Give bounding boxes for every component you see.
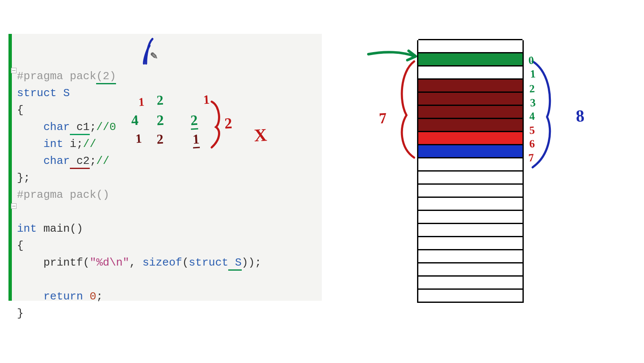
annot-right-eight: 8	[575, 106, 585, 126]
annot-left-seven: 7	[379, 109, 387, 127]
pragma-close: #pragma pack()	[17, 188, 109, 201]
memory-row	[418, 105, 522, 119]
comma: ,	[129, 256, 142, 269]
code-content: #pragma pack(2) −struct S { char c1;//0 …	[12, 34, 322, 339]
fold-main-icon[interactable]: −	[11, 203, 17, 209]
type-char-2: char	[43, 155, 69, 167]
indent	[17, 256, 43, 269]
mem-idx-0: 0	[528, 54, 534, 67]
indent	[17, 155, 43, 167]
memory-row	[418, 170, 522, 185]
memory-row	[418, 52, 522, 67]
semi-c1: ;	[90, 121, 97, 133]
mem-idx-5: 5	[529, 124, 535, 137]
indent	[17, 290, 43, 303]
indent	[17, 138, 43, 150]
memory-row	[418, 157, 522, 172]
memory-row	[418, 183, 522, 198]
brace-close-main: }	[17, 307, 24, 320]
mem-idx-7: 7	[528, 152, 534, 165]
semi-c2: ;	[90, 155, 97, 167]
annot-c1-align: 1	[203, 92, 210, 107]
comment-c2: //	[96, 155, 109, 167]
indent	[17, 121, 43, 133]
memory-row	[418, 65, 522, 80]
struct-keyword: struct	[17, 87, 57, 100]
tail: ));	[242, 256, 262, 269]
memory-row	[418, 91, 522, 106]
var-c1: c1	[70, 121, 90, 135]
memory-row	[418, 131, 522, 145]
annot-i-pack: 2	[156, 112, 164, 129]
type-int-main: int	[17, 222, 37, 235]
mem-idx-2: 2	[529, 83, 535, 96]
memory-row	[418, 288, 522, 303]
memory-layout-table	[417, 40, 524, 303]
brace-close-struct: };	[17, 172, 30, 184]
pen-cursor-icon: ✎	[150, 51, 158, 62]
mem-idx-6: 6	[529, 138, 535, 151]
comment-i: //	[83, 138, 96, 150]
memory-row	[418, 39, 522, 53]
struct-name: S	[57, 87, 70, 100]
printf-call: printf	[43, 256, 83, 269]
annot-c2-align: 1	[192, 131, 200, 149]
type-int: int	[43, 138, 63, 150]
pack-value: (2)	[96, 70, 116, 84]
fold-struct-icon[interactable]: −	[11, 68, 17, 73]
return-keyword: return	[43, 290, 83, 303]
annot-i-own-size: 4	[131, 112, 139, 129]
paren: (	[83, 256, 90, 269]
type-char-1: char	[43, 121, 69, 133]
var-c2: c2	[70, 155, 90, 169]
main-decl: main()	[37, 222, 83, 235]
memory-row	[418, 144, 522, 158]
mem-idx-4: 4	[529, 110, 535, 123]
semi: ;	[96, 290, 103, 303]
annot-c2-own-size: 1	[135, 131, 142, 146]
annot-c2-pack: 2	[156, 131, 164, 147]
memory-row	[418, 236, 522, 250]
struct-name-ref: S	[228, 256, 241, 271]
memory-row	[418, 210, 522, 224]
brace-open-main: {	[17, 239, 24, 252]
mem-idx-3: 3	[530, 97, 536, 110]
code-editor: #pragma pack(2) −struct S { char c1;//0 …	[8, 34, 322, 301]
memory-row	[418, 118, 522, 132]
paren: (	[182, 256, 189, 269]
struct-kw-2: struct	[189, 256, 229, 269]
annot-c1-own-size: 1	[138, 95, 145, 109]
return-zero: 0	[83, 290, 96, 303]
memory-row	[418, 197, 522, 211]
pragma-pack-val: (2)	[96, 70, 116, 84]
mem-idx-1: 1	[530, 68, 536, 81]
memory-row	[418, 223, 522, 237]
comment-c1: //0	[96, 121, 116, 133]
sizeof-keyword: sizeof	[143, 256, 182, 269]
annot-cross: X	[254, 125, 268, 146]
pragma-open: #pragma pack	[17, 70, 96, 83]
memory-row	[418, 262, 522, 277]
memory-row	[418, 275, 522, 290]
annot-i-align: 2	[190, 112, 198, 130]
annot-brace-result: 2	[224, 114, 232, 133]
memory-row	[418, 249, 522, 263]
brace-open-struct: {	[17, 104, 24, 116]
fmt-string: "%d\n"	[90, 256, 130, 269]
annot-c1-pack: 2	[156, 92, 164, 108]
var-i: i;	[63, 138, 83, 150]
memory-row	[418, 78, 522, 93]
